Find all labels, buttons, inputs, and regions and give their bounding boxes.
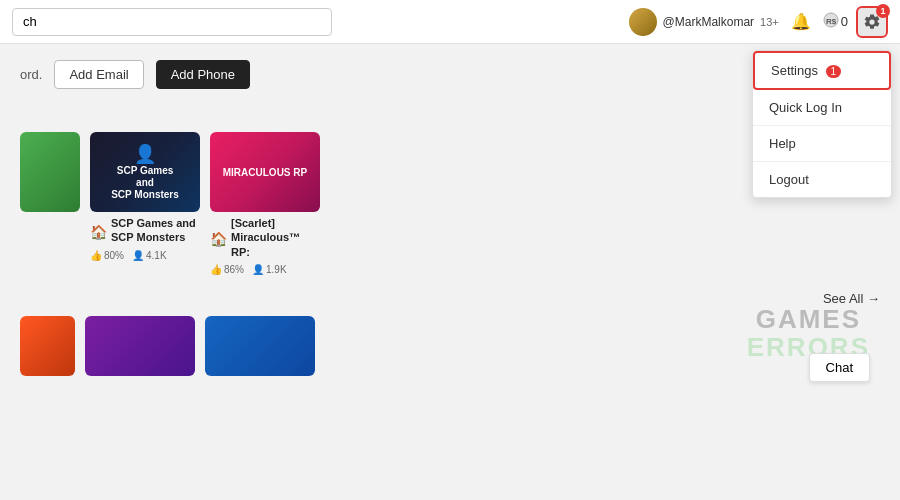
password-row: ord. Add Email Add Phone <box>20 60 880 89</box>
miraculous-game-title: [Scarlet] Miraculous™ RP: <box>231 216 320 259</box>
scp-thumb-text: SCP GamesandSCP Monsters <box>111 165 179 201</box>
settings-label: Settings <box>771 63 818 78</box>
add-email-button[interactable]: Add Email <box>54 60 143 89</box>
dropdown-item-help[interactable]: Help <box>753 126 891 162</box>
game-card-partial[interactable] <box>20 132 80 275</box>
dropdown-item-quick-log-in[interactable]: Quick Log In <box>753 90 891 126</box>
person-icon-2: 👤 <box>252 264 264 275</box>
miraculous-player-stat: 👤 1.9K <box>252 264 287 275</box>
scp-player-stat: 👤 4.1K <box>132 250 167 261</box>
scp-like-stat: 👍 80% <box>90 250 124 261</box>
game-thumb-partial <box>20 132 80 212</box>
scp-like-pct: 80% <box>104 250 124 261</box>
see-all-section-2[interactable]: See All → <box>20 291 880 306</box>
games-row-1: 👤 SCP GamesandSCP Monsters 🏠 SCP Games a… <box>20 132 880 275</box>
add-phone-button[interactable]: Add Phone <box>156 60 250 89</box>
bell-icon: 🔔 <box>791 12 811 31</box>
notifications-icon[interactable]: 🔔 <box>787 8 815 36</box>
password-hint: ord. <box>20 67 42 82</box>
navbar: @MarkMalkomar 13+ 🔔 R$ 0 1 <box>0 0 900 44</box>
game-thumb-red <box>20 316 75 376</box>
scp-players: 4.1K <box>146 250 167 261</box>
nav-right: @MarkMalkomar 13+ 🔔 R$ 0 1 <box>629 6 888 38</box>
game-card-bottom-1[interactable] <box>85 316 195 376</box>
game-card-huggy[interactable] <box>205 316 315 376</box>
thumb-up-icon-2: 👍 <box>210 264 222 275</box>
scp-thumb-bg: 👤 SCP GamesandSCP Monsters <box>90 132 200 212</box>
robux-icon: R$ <box>823 12 839 31</box>
user-info: @MarkMalkomar 13+ <box>629 8 779 36</box>
dropdown-item-settings[interactable]: Settings 1 <box>753 51 891 90</box>
game-card-scp[interactable]: 👤 SCP GamesandSCP Monsters 🏠 SCP Games a… <box>90 132 200 275</box>
game-thumb-purple <box>85 316 195 376</box>
miraculous-like-stat: 👍 86% <box>210 264 244 275</box>
miraculous-thumb-text: MIRACULOUS RP <box>223 167 307 178</box>
game-thumb-miraculous: MIRACULOUS RP <box>210 132 320 212</box>
robux-count: 0 <box>841 14 848 29</box>
avatar <box>629 8 657 36</box>
age-badge: 13+ <box>760 16 779 28</box>
dropdown-item-logout[interactable]: Logout <box>753 162 891 197</box>
home-icon-miraculous: 🏠 <box>210 231 227 247</box>
chat-button[interactable]: Chat <box>809 353 870 382</box>
username-label: @MarkMalkomar <box>663 15 755 29</box>
search-input[interactable] <box>12 8 332 36</box>
person-icon: 👤 <box>132 250 144 261</box>
see-all-section-1[interactable]: See All → <box>20 107 880 122</box>
scp-game-title: SCP Games and SCP Monsters <box>111 216 200 245</box>
miraculous-like-pct: 86% <box>224 264 244 275</box>
game-card-miraculous[interactable]: MIRACULOUS RP 🏠 [Scarlet] Miraculous™ RP… <box>210 132 320 275</box>
logout-label: Logout <box>769 172 809 187</box>
settings-notification-dot: 1 <box>876 4 890 18</box>
scp-monster-icon: 👤 <box>134 143 156 165</box>
svg-text:R$: R$ <box>826 17 837 26</box>
miraculous-game-stats: 👍 86% 👤 1.9K <box>210 264 320 275</box>
miraculous-thumb-bg: MIRACULOUS RP <box>210 132 320 212</box>
game-thumb-green <box>20 132 80 212</box>
miraculous-players: 1.9K <box>266 264 287 275</box>
game-card-partial-2[interactable] <box>20 316 75 376</box>
game-thumb-scp: 👤 SCP GamesandSCP Monsters <box>90 132 200 212</box>
quick-log-in-label: Quick Log In <box>769 100 842 115</box>
robux-wrap[interactable]: R$ 0 <box>823 12 848 31</box>
settings-dropdown: Settings 1 Quick Log In Help Logout <box>752 50 892 198</box>
help-label: Help <box>769 136 796 151</box>
settings-badge: 1 <box>826 65 842 78</box>
watermark-games: GAMES <box>747 305 870 334</box>
scp-game-stats: 👍 80% 👤 4.1K <box>90 250 200 261</box>
game-thumb-blue <box>205 316 315 376</box>
thumb-up-icon: 👍 <box>90 250 102 261</box>
home-icon-scp: 🏠 <box>90 224 107 240</box>
settings-button[interactable]: 1 <box>856 6 888 38</box>
